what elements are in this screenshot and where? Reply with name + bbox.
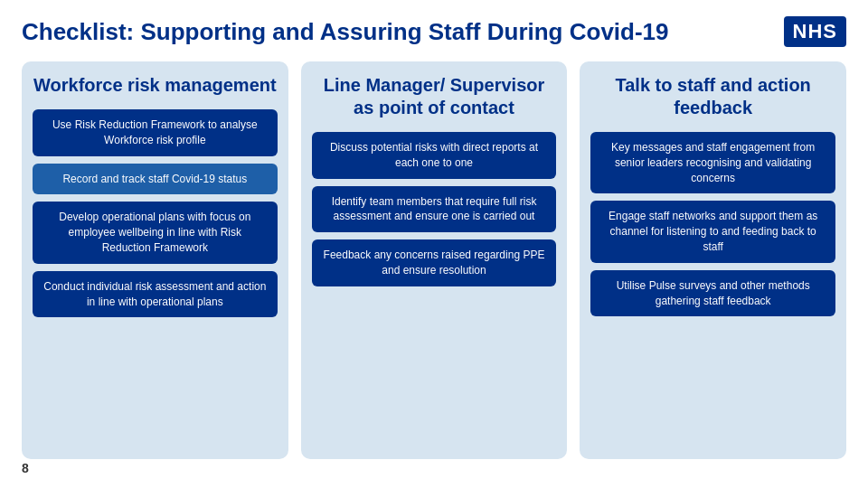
col1-title: Workforce risk management: [33, 74, 278, 97]
card-c2-3: Feedback any concerns raised regarding P…: [312, 239, 557, 286]
card-c3-2: Engage staff networks and support them a…: [590, 201, 835, 262]
card-c1-1: Use Risk Reduction Framework to analyse …: [33, 109, 278, 156]
card-c2-1: Discuss potential risks with direct repo…: [312, 132, 557, 179]
columns-container: Workforce risk management Use Risk Reduc…: [22, 61, 846, 459]
column-workforce-risk: Workforce risk management Use Risk Reduc…: [22, 61, 288, 459]
nhs-logo-text: NHS: [784, 16, 846, 47]
page: Checklist: Supporting and Assuring Staff…: [0, 0, 868, 488]
col2-title: Line Manager/ Supervisor as point of con…: [312, 74, 557, 119]
card-c1-3: Develop operational plans with focus on …: [33, 202, 278, 263]
card-c1-4: Conduct individual risk assessment and a…: [33, 271, 278, 318]
card-c3-3: Utilise Pulse surveys and other methods …: [590, 270, 835, 317]
card-c1-2: Record and track staff Covid-19 status: [33, 164, 278, 195]
page-title: Checklist: Supporting and Assuring Staff…: [22, 18, 669, 46]
card-c3-1: Key messages and staff engagement from s…: [590, 132, 835, 193]
nhs-logo: NHS: [784, 16, 846, 47]
page-number: 8: [22, 461, 29, 475]
col3-title: Talk to staff and action feedback: [590, 74, 835, 119]
column-talk-staff: Talk to staff and action feedback Key me…: [580, 61, 846, 459]
column-line-manager: Line Manager/ Supervisor as point of con…: [301, 61, 568, 459]
card-c2-2: Identify team members that require full …: [312, 186, 557, 233]
header-row: Checklist: Supporting and Assuring Staff…: [22, 16, 846, 47]
